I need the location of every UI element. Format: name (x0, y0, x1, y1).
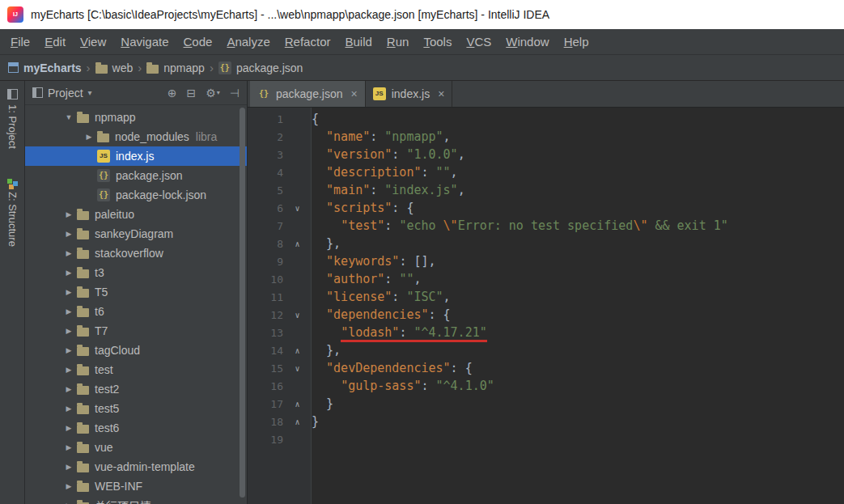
title-bar[interactable]: IJ myEcharts [C:\basic\IdeaProjects\myEc… (0, 0, 844, 29)
tree-row-test2[interactable]: ▶test2 (25, 379, 247, 399)
tree-row-tagCloud[interactable]: ▶tagCloud (25, 341, 247, 360)
menu-edit[interactable]: Edit (37, 35, 73, 49)
tree-row-T5[interactable]: ▶T5 (25, 282, 247, 302)
tree-row-vue-admin-template[interactable]: ▶vue-admin-template (25, 457, 247, 476)
tree-row-sankeyDiagram[interactable]: ▶sankeyDiagram (25, 224, 247, 244)
menu-tools[interactable]: Tools (416, 35, 459, 49)
fold-marker-icon[interactable]: ∨ (283, 364, 312, 373)
editor-tab-index.js[interactable]: JSindex.js× (366, 81, 453, 107)
code-text[interactable]: }, (312, 341, 341, 359)
expand-arrow-icon[interactable]: ▶ (61, 443, 77, 451)
tool-window-project-button[interactable]: 1: Project (6, 89, 19, 149)
collapse-all-icon[interactable]: ⊟ (186, 87, 196, 100)
fold-marker-icon[interactable]: ∧ (283, 239, 312, 248)
expand-arrow-icon[interactable]: ▶ (61, 288, 77, 296)
tree-row-test6[interactable]: ▶test6 (25, 418, 247, 438)
json-file-icon: {} (97, 188, 110, 201)
code-text[interactable]: "keywords": [], (312, 252, 436, 270)
code-text[interactable]: "author": "", (312, 270, 421, 288)
tree-row-package-lock.json[interactable]: {}package-lock.json (25, 185, 247, 205)
breadcrumb-item-package.json[interactable]: {}package.json (218, 61, 303, 74)
project-tree-scrollbar[interactable] (240, 108, 245, 498)
close-tab-icon[interactable]: × (438, 87, 444, 100)
menu-window[interactable]: Window (498, 35, 556, 49)
menu-vcs[interactable]: VCS (459, 35, 498, 49)
intellij-idea-logo-icon: IJ (7, 6, 23, 23)
tree-row-vue[interactable]: ▶vue (25, 438, 247, 457)
tree-item-icon-slot (77, 209, 89, 220)
menu-run[interactable]: Run (380, 35, 417, 49)
code-text[interactable]: "version": "1.0.0", (312, 146, 465, 163)
menu-view[interactable]: View (73, 35, 113, 49)
code-text[interactable]: "test": "echo \"Error: no test specified… (312, 217, 728, 235)
menu-build[interactable]: Build (337, 35, 379, 49)
code-text[interactable]: } (312, 413, 319, 430)
code-text[interactable]: } (312, 395, 333, 413)
expand-arrow-icon[interactable]: ▶ (61, 210, 77, 218)
expand-arrow-icon[interactable]: ▶ (61, 269, 77, 277)
menu-analyze[interactable]: Analyze (219, 35, 277, 49)
code-text[interactable]: "name": "npmapp", (312, 128, 451, 146)
project-view-dropdown[interactable]: Project ▾ (32, 87, 92, 100)
tree-row-stackoverflow[interactable]: ▶stackoverflow (25, 244, 247, 263)
code-token: }, (312, 343, 341, 358)
tree-row-WEB-INF[interactable]: ▶WEB-INF (25, 476, 247, 496)
expand-arrow-icon[interactable]: ▶ (61, 249, 77, 257)
code-text[interactable]: "devDependencies": { (312, 359, 473, 377)
fold-marker-icon[interactable]: ∧ (283, 400, 312, 409)
breadcrumb-item-npmapp[interactable]: npmapp (146, 61, 205, 74)
code-text[interactable]: "lodash": "^4.17.21" (312, 324, 487, 341)
tree-row-test[interactable]: ▶test (25, 360, 247, 379)
editor-tab-package.json[interactable]: {}package.json× (250, 81, 366, 107)
code-text[interactable]: "dependencies": { (312, 306, 451, 324)
tree-row-index.js[interactable]: JSindex.js (25, 146, 247, 166)
expand-arrow-icon[interactable]: ▶ (81, 133, 97, 141)
tree-row-node_modules[interactable]: ▶node_moduleslibra (25, 127, 247, 146)
tree-row-t6[interactable]: ▶t6 (25, 302, 247, 321)
tree-row-npmapp[interactable]: ▼npmapp (25, 108, 247, 127)
fold-marker-icon[interactable]: ∧ (283, 346, 312, 355)
fold-marker-icon[interactable]: ∨ (283, 204, 312, 213)
tree-row-paleituo[interactable]: ▶paleituo (25, 205, 247, 224)
tree-row-T7[interactable]: ▶T7 (25, 321, 247, 341)
code-text[interactable]: "gulp-sass": "^4.1.0" (312, 377, 494, 395)
expand-arrow-icon[interactable]: ▶ (61, 230, 77, 238)
breadcrumb-item-myEcharts[interactable]: myEcharts (8, 61, 82, 74)
fold-marker-icon[interactable]: ∧ (283, 417, 312, 426)
menu-refactor[interactable]: Refactor (278, 35, 338, 49)
expand-arrow-icon[interactable]: ▶ (61, 307, 77, 316)
folder-icon (77, 211, 89, 220)
tree-row-test5[interactable]: ▶test5 (25, 399, 247, 418)
expand-arrow-icon[interactable]: ▶ (61, 424, 77, 432)
expand-arrow-icon[interactable]: ▶ (61, 346, 77, 354)
fold-marker-icon[interactable]: ∨ (283, 311, 312, 320)
locate-file-icon[interactable]: ⊕ (168, 87, 177, 100)
menu-file[interactable]: File (3, 35, 37, 49)
menu-help[interactable]: Help (557, 35, 596, 49)
code-editor[interactable]: 1{2 "name": "npmapp",3 "version": "1.0.0… (248, 108, 844, 504)
code-token: , (443, 129, 451, 144)
menu-code[interactable]: Code (176, 35, 220, 49)
code-text[interactable]: "description": "", (312, 163, 458, 181)
hide-panel-icon[interactable]: ⊣ (230, 87, 240, 100)
expand-arrow-icon[interactable]: ▶ (61, 404, 77, 413)
code-text[interactable]: { (312, 110, 319, 128)
tree-row-总行项目情..[interactable]: ▶总行项目情.. (25, 496, 247, 504)
expand-arrow-icon[interactable]: ▶ (61, 385, 77, 393)
tree-row-package.json[interactable]: {}package.json (25, 166, 247, 185)
breadcrumb-item-web[interactable]: web (95, 61, 134, 74)
tree-row-t3[interactable]: ▶t3 (25, 263, 247, 282)
expand-arrow-icon[interactable]: ▶ (61, 463, 77, 471)
close-tab-icon[interactable]: × (351, 87, 358, 100)
expand-arrow-icon[interactable]: ▶ (61, 327, 77, 335)
code-text[interactable]: "main": "index.js", (312, 181, 465, 199)
menu-navigate[interactable]: Navigate (113, 35, 176, 49)
expand-arrow-icon[interactable]: ▶ (61, 366, 77, 374)
tool-window-structure-button[interactable]: Z: Structure (6, 176, 19, 247)
code-text[interactable]: "scripts": { (312, 199, 414, 217)
expand-arrow-icon[interactable]: ▶ (61, 482, 77, 490)
code-text[interactable]: "license": "ISC", (312, 288, 451, 306)
collapse-arrow-icon[interactable]: ▼ (61, 113, 77, 121)
settings-gear-icon[interactable]: ⚙▾ (206, 87, 220, 100)
code-text[interactable]: }, (312, 235, 341, 252)
